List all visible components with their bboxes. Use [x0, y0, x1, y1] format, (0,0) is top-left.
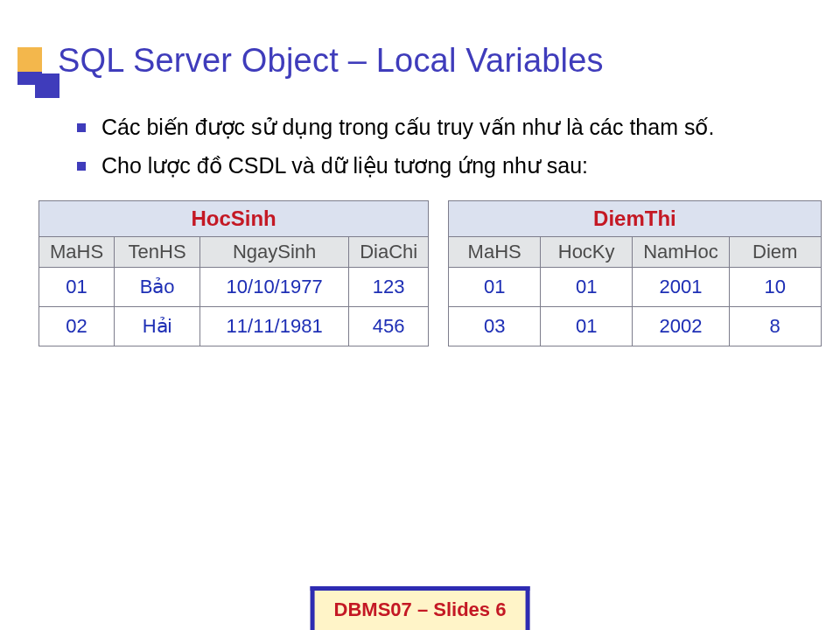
- column-header: MaHS: [449, 236, 541, 267]
- column-header: TenHS: [115, 236, 200, 267]
- cell: 2001: [633, 267, 730, 306]
- cell: 11/11/1981: [200, 306, 349, 346]
- cell: Hải: [115, 306, 200, 346]
- table-row: 01 Bảo 10/10/1977 123: [39, 267, 429, 306]
- cell: Bảo: [115, 267, 200, 306]
- cell: 456: [349, 306, 429, 346]
- table-hocsinh: HocSinh MaHS TenHS NgaySinh DiaChi 01 Bả…: [38, 200, 429, 346]
- table-name: HocSinh: [39, 200, 429, 236]
- title-row: SQL Server Object – Local Variables: [0, 0, 840, 80]
- table-row: 03 01 2002 8: [449, 306, 822, 346]
- cell: 01: [449, 267, 541, 306]
- column-header: NamHoc: [633, 236, 730, 267]
- cell: 10/10/1977: [200, 267, 349, 306]
- cell: 02: [39, 306, 115, 346]
- column-header: MaHS: [39, 236, 115, 267]
- table-name: DiemThi: [449, 200, 822, 236]
- cell: 2002: [633, 306, 730, 346]
- cell: 01: [541, 306, 633, 346]
- bullet-item: Cho lược đồ CSDL và dữ liệu tương ứng nh…: [77, 151, 840, 181]
- column-header: HocKy: [541, 236, 633, 267]
- column-header: DiaChi: [349, 236, 429, 267]
- bullet-list: Các biến được sử dụng trong cấu truy vấn…: [77, 113, 840, 181]
- column-header: Diem: [729, 236, 821, 267]
- cell: 8: [729, 306, 821, 346]
- table-row: 01 01 2001 10: [449, 267, 822, 306]
- table-row: 02 Hải 11/11/1981 456: [39, 306, 429, 346]
- slide-title: SQL Server Object – Local Variables: [58, 42, 604, 80]
- table-diemthi: DiemThi MaHS HocKy NamHoc Diem 01 01 200…: [448, 200, 822, 346]
- column-header: NgaySinh: [200, 236, 349, 267]
- bullet-item: Các biến được sử dụng trong cấu truy vấn…: [77, 113, 840, 143]
- tables-container: HocSinh MaHS TenHS NgaySinh DiaChi 01 Bả…: [38, 200, 840, 346]
- slide-footer: DBMS07 – Slides 6: [311, 586, 530, 630]
- cell: 01: [541, 267, 633, 306]
- cell: 01: [39, 267, 115, 306]
- cell: 03: [449, 306, 541, 346]
- slide-body: Các biến được sử dụng trong cấu truy vấn…: [0, 80, 840, 346]
- cell: 10: [729, 267, 821, 306]
- corner-decoration: [18, 47, 42, 72]
- cell: 123: [349, 267, 429, 306]
